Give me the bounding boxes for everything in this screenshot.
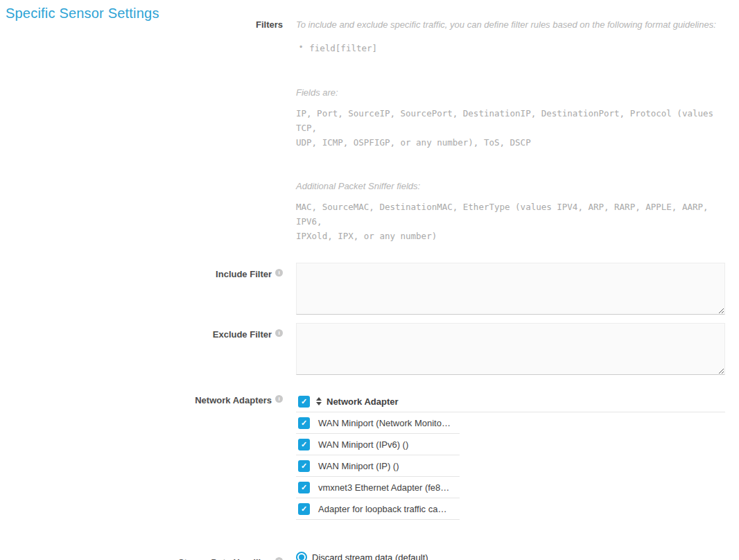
include-filter-textarea[interactable] xyxy=(296,263,725,315)
additional-fields-list: MAC, SourceMAC, DestinationMAC, EtherTyp… xyxy=(296,200,725,243)
adapter-checkbox[interactable]: ✓ xyxy=(298,439,310,450)
table-row: ✓ WAN Miniport (IP) () xyxy=(296,455,460,477)
exclude-filter-textarea[interactable] xyxy=(296,323,725,375)
network-adapters-row: Network Adaptersi ✓ Network Adapter ✓ WA… xyxy=(0,391,739,520)
sort-icon[interactable] xyxy=(316,397,322,405)
fields-list: IP, Port, SourceIP, SourcePort, Destinat… xyxy=(296,106,725,150)
stream-data-handling-label-text: Stream Data Handling xyxy=(178,557,272,560)
fields-are-label: Fields are: xyxy=(296,87,725,98)
sensor-settings-form: Filters To include and exclude specific … xyxy=(0,0,739,560)
include-filter-row: Include Filteri xyxy=(0,263,739,315)
filters-help: To include and exclude specific traffic,… xyxy=(296,19,725,243)
adapter-checkbox[interactable]: ✓ xyxy=(298,503,310,515)
bullet-icon: • xyxy=(299,41,302,54)
adapter-table-header: ✓ Network Adapter xyxy=(296,391,725,412)
adapter-column-header[interactable]: Network Adapter xyxy=(327,396,399,407)
page-title: Specific Sensor Settings xyxy=(6,6,159,21)
stream-data-handling-row: Stream Data Handlingi Discard stream dat… xyxy=(0,552,739,560)
exclude-filter-label: Exclude Filteri xyxy=(0,323,284,375)
adapter-checkbox[interactable]: ✓ xyxy=(298,460,310,472)
filters-row: Filters To include and exclude specific … xyxy=(0,19,739,243)
info-icon[interactable]: i xyxy=(275,269,283,277)
network-adapters-label: Network Adaptersi xyxy=(0,391,284,520)
info-icon[interactable]: i xyxy=(275,329,283,337)
exclude-filter-row: Exclude Filteri xyxy=(0,323,739,375)
network-adapters-label-text: Network Adapters xyxy=(195,395,272,405)
stream-data-options: Discard stream data (default) Store stre… xyxy=(296,552,725,560)
adapter-checkbox[interactable]: ✓ xyxy=(298,417,310,429)
radio-option-discard[interactable]: Discard stream data (default) xyxy=(296,552,725,560)
filters-label: Filters xyxy=(0,19,284,243)
table-row: ✓ Adapter for loopback traffic ca… xyxy=(296,498,460,520)
adapter-name[interactable]: vmxnet3 Ethernet Adapter (fe8… xyxy=(318,482,449,493)
additional-fields-label: Additional Packet Sniffer fields: xyxy=(296,181,725,191)
network-adapter-table: ✓ Network Adapter ✓ WAN Miniport (Networ… xyxy=(296,391,725,520)
radio-option-label: Discard stream data (default) xyxy=(312,552,428,560)
filters-help-intro: To include and exclude specific traffic,… xyxy=(296,19,725,30)
specific-sensor-settings-page: Specific Sensor Settings Filters To incl… xyxy=(0,0,739,560)
radio-selected-icon[interactable] xyxy=(296,552,307,560)
adapter-name[interactable]: WAN Miniport (Network Monito… xyxy=(318,418,451,428)
info-icon[interactable]: i xyxy=(275,557,283,560)
include-filter-label: Include Filteri xyxy=(0,263,284,315)
exclude-filter-label-text: Exclude Filter xyxy=(213,329,272,340)
select-all-checkbox[interactable]: ✓ xyxy=(298,396,310,408)
adapter-checkbox[interactable]: ✓ xyxy=(298,482,310,493)
info-icon[interactable]: i xyxy=(275,395,283,403)
adapter-name[interactable]: WAN Miniport (IPv6) () xyxy=(318,439,408,450)
adapter-name[interactable]: WAN Miniport (IP) () xyxy=(318,461,399,471)
stream-data-handling-label: Stream Data Handlingi xyxy=(0,552,284,560)
include-filter-label-text: Include Filter xyxy=(216,269,272,279)
table-row: ✓ vmxnet3 Ethernet Adapter (fe8… xyxy=(296,477,460,498)
table-row: ✓ WAN Miniport (IPv6) () xyxy=(296,434,460,455)
filter-format-bullet: • field[filter] xyxy=(299,41,725,55)
filter-format-code: field[filter] xyxy=(309,41,377,55)
adapter-name[interactable]: Adapter for loopback traffic ca… xyxy=(318,504,446,514)
table-row: ✓ WAN Miniport (Network Monito… xyxy=(296,412,460,434)
